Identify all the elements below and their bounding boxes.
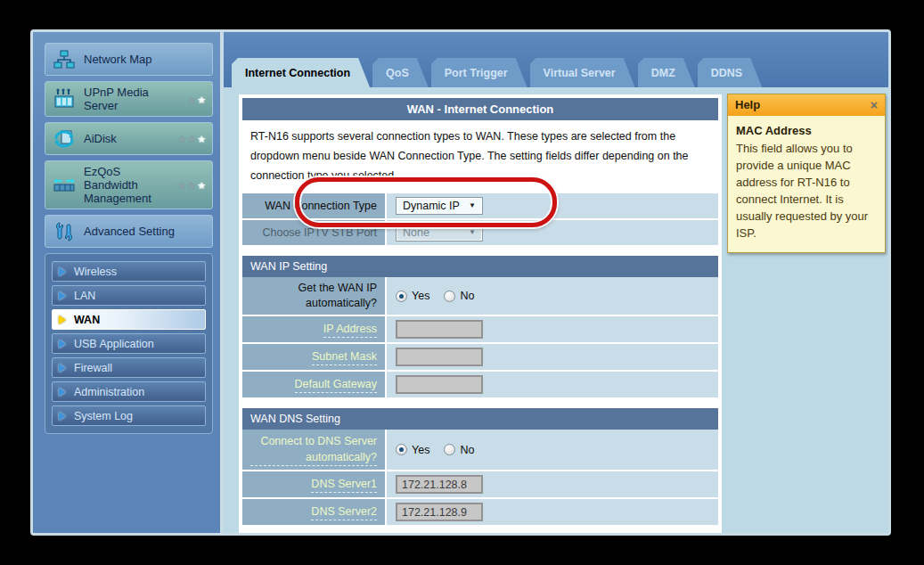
help-title: Help xyxy=(735,98,760,111)
get-wan-ip-auto-row: Get the WAN IP automatically? Yes No xyxy=(242,277,718,316)
arrow-right-icon xyxy=(59,340,66,348)
default-gateway-row: Default Gateway xyxy=(242,372,718,399)
sidebar-item-label: UPnP Media Server xyxy=(84,86,179,112)
radio-button-icon[interactable] xyxy=(396,444,407,455)
radio-label: Yes xyxy=(412,444,429,456)
help-panel-header: Help × xyxy=(728,94,885,116)
wan-connection-type-select[interactable]: Dynamic IP ▼ xyxy=(396,197,483,215)
tab-bar: Internet Connection QoS Port Trigger Vir… xyxy=(224,32,888,87)
tab-dmz[interactable]: DMZ xyxy=(638,58,695,87)
aidisk-icon xyxy=(52,127,76,151)
setup-steps-stars xyxy=(177,178,206,192)
subnet-mask-label-link[interactable]: Subnet Mask xyxy=(312,349,377,365)
arrow-right-icon xyxy=(59,291,66,300)
radio-button-icon[interactable] xyxy=(444,291,455,302)
ip-address-input xyxy=(396,320,483,339)
wan-connection-type-label: WAN Connection Type xyxy=(242,193,387,218)
wan-connection-type-row: WAN Connection Type Dynamic IP ▼ xyxy=(242,193,718,220)
chevron-down-icon: ▼ xyxy=(469,229,476,236)
connection-type-table: WAN Connection Type Dynamic IP ▼ Choose … xyxy=(242,193,718,247)
sidebar-item-upnp-media-server[interactable]: UPnP Media Server xyxy=(45,81,213,117)
sidebar-item-network-map[interactable]: Network Map xyxy=(45,43,213,76)
help-panel-body: MAC Address This field allows you to pro… xyxy=(728,116,885,252)
wan-dns-setting-table: WAN DNS Setting Connect to DNS Server au… xyxy=(242,408,718,527)
default-gateway-label-link[interactable]: Default Gateway xyxy=(295,377,377,393)
arrow-right-icon xyxy=(59,267,66,276)
sidebar-item-wan[interactable]: WAN xyxy=(52,309,206,330)
wrench-icon xyxy=(52,220,76,243)
iptv-stb-port-select: None ▼ xyxy=(396,224,483,242)
sidebar-item-advanced-setting[interactable]: Advanced Setting xyxy=(45,215,213,248)
sidebar-item-label: EzQoS Bandwidth Management xyxy=(84,165,169,205)
radio-yes[interactable]: Yes xyxy=(396,290,429,302)
setup-steps-stars xyxy=(187,93,206,106)
radio-no[interactable]: No xyxy=(444,290,474,302)
sidebar-item-ezqos[interactable]: EzQoS Bandwidth Management xyxy=(45,160,213,209)
sidebar-item-label: Advanced Setting xyxy=(84,225,175,238)
router-admin-window: Network Map UPnP Media Server AiDisk EzQ… xyxy=(30,29,891,536)
sidebar-item-label: Wireless xyxy=(74,266,117,278)
sidebar-item-label: Network Map xyxy=(84,53,152,66)
radio-label: Yes xyxy=(412,290,429,302)
radio-label: No xyxy=(460,444,474,456)
tab-ddns[interactable]: DDNS xyxy=(698,58,762,87)
connect-dns-auto-row: Connect to DNS Server automatically? Yes… xyxy=(242,430,718,471)
sidebar-item-label: Firewall xyxy=(74,362,112,374)
network-map-icon xyxy=(52,48,76,71)
subnet-mask-input xyxy=(396,348,483,366)
selected-option: Dynamic IP xyxy=(403,200,460,212)
radio-label: No xyxy=(460,290,474,302)
dns-server2-row: DNS Server2 xyxy=(242,499,718,527)
radio-yes[interactable]: Yes xyxy=(396,444,429,456)
sidebar-item-label: AiDisk xyxy=(84,132,117,145)
close-icon[interactable]: × xyxy=(871,99,878,111)
sidebar-item-wireless[interactable]: Wireless xyxy=(52,261,206,282)
sidebar: Network Map UPnP Media Server AiDisk EzQ… xyxy=(33,32,224,533)
arrow-right-icon xyxy=(59,364,66,373)
connect-dns-auto-radios: Yes No xyxy=(396,444,474,456)
wan-dns-setting-title: WAN DNS Setting xyxy=(242,408,718,430)
wan-ip-setting-title: WAN IP Setting xyxy=(242,256,718,277)
sidebar-item-label: System Log xyxy=(74,410,133,422)
default-gateway-input xyxy=(396,375,483,394)
dns-server2-label-link[interactable]: DNS Server2 xyxy=(311,504,377,520)
page-description: RT-N16 supports several connection types… xyxy=(242,120,718,193)
help-panel: Help × MAC Address This field allows you… xyxy=(727,94,886,253)
sidebar-item-aidisk[interactable]: AiDisk xyxy=(45,122,213,155)
chevron-down-icon: ▼ xyxy=(469,202,476,209)
arrow-right-icon xyxy=(59,388,66,397)
iptv-stb-port-label: Choose IPTV STB Port xyxy=(242,220,387,245)
radio-button-icon[interactable] xyxy=(444,444,455,455)
help-text: This field allows you to provide a uniqu… xyxy=(736,140,877,242)
help-heading: MAC Address xyxy=(736,122,877,139)
sidebar-item-label: LAN xyxy=(74,290,95,302)
iptv-stb-port-row: Choose IPTV STB Port None ▼ xyxy=(242,220,718,247)
advanced-setting-submenu: Wireless LAN WAN USB Application Firewal… xyxy=(45,253,213,434)
radio-button-icon[interactable] xyxy=(396,291,407,302)
get-wan-ip-auto-label: Get the WAN IP automatically? xyxy=(242,277,387,315)
sidebar-item-label: USB Application xyxy=(74,338,154,350)
page-title: WAN - Internet Connection xyxy=(242,98,718,120)
sidebar-item-usb-application[interactable]: USB Application xyxy=(52,333,206,354)
sidebar-item-lan[interactable]: LAN xyxy=(52,285,206,306)
tab-virtual-server[interactable]: Virtual Server xyxy=(530,58,635,87)
dns-server2-input xyxy=(396,503,483,521)
ip-address-row: IP Address xyxy=(242,316,718,344)
dns-server1-row: DNS Server1 xyxy=(242,471,718,499)
ip-address-label-link[interactable]: IP Address xyxy=(323,322,377,338)
tab-internet-connection[interactable]: Internet Connection xyxy=(232,58,370,87)
radio-no[interactable]: No xyxy=(444,444,474,456)
content-area: Internet Connection QoS Port Trigger Vir… xyxy=(224,32,888,533)
setup-steps-stars xyxy=(177,132,206,145)
dns-server1-label-link[interactable]: DNS Server1 xyxy=(311,477,377,493)
subnet-mask-row: Subnet Mask xyxy=(242,344,718,372)
sidebar-item-system-log[interactable]: System Log xyxy=(52,405,206,426)
media-server-icon xyxy=(52,87,76,111)
sidebar-item-administration[interactable]: Administration xyxy=(52,381,206,402)
tab-qos[interactable]: QoS xyxy=(372,58,429,87)
page-body: WAN - Internet Connection RT-N16 support… xyxy=(224,87,888,533)
tab-port-trigger[interactable]: Port Trigger xyxy=(431,58,527,87)
sidebar-item-firewall[interactable]: Firewall xyxy=(52,357,206,378)
connect-dns-auto-label-link[interactable]: Connect to DNS Server automatically? xyxy=(250,433,377,466)
dns-server1-input xyxy=(396,475,483,494)
